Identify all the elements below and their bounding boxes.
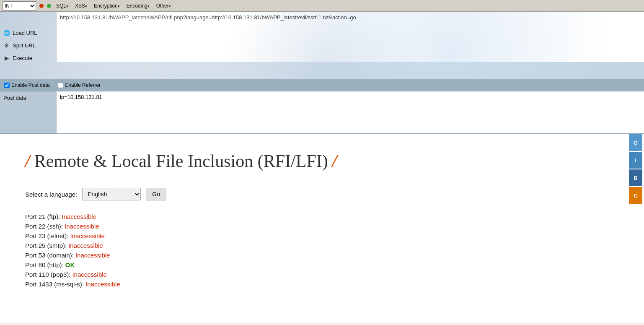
post-data-section: Post data [0,91,644,134]
split-url-button[interactable]: ⚙ Split URL [0,39,56,51]
load-url-icon: 🌐 [3,29,10,36]
right-btn-4[interactable]: C [629,187,642,204]
language-dropdown[interactable]: English [82,188,141,200]
port-list: Port 21 (ftp): InaccessiblePort 22 (ssh)… [25,213,619,288]
xss-menu[interactable]: XSS▾ [73,2,89,10]
title-slash-left: / [25,151,30,171]
port-label: Port 53 (domain): [25,252,74,259]
port-status: Inaccessible [75,252,110,259]
port-row: Port 21 (ftp): Inaccessible [25,213,619,220]
port-status: OK [65,261,75,268]
port-row: Port 25 (smtp): Inaccessible [25,242,619,249]
split-url-icon: ⚙ [3,42,10,49]
encoding-menu[interactable]: Encoding▾ [125,2,151,10]
other-menu[interactable]: Other▾ [155,2,173,10]
port-label: Port 80 (http): [25,261,64,268]
port-row: Port 1433 (ms-sql-s): Inaccessible [25,281,619,288]
port-label: Port 21 (ftp): [25,213,60,220]
execute-button[interactable]: ▶ Execute [0,52,56,64]
enable-referrer-label: Enable Referrer [65,82,101,88]
red-dot-icon [39,4,44,8]
port-label: Port 110 (pop3): [25,271,70,278]
post-data-label-cell: Post data [0,91,56,133]
top-toolbar: INT SQL▾ XSS▾ Encryption▾ Encoding▾ Othe… [0,0,644,12]
int-select[interactable]: INT [3,1,36,10]
execute-icon: ▶ [3,55,10,61]
url-input[interactable] [56,12,644,62]
top-section: 🌐 Load URL ⚙ Split URL ▶ Execute [0,12,644,79]
port-row: Port 80 (http): OK [25,261,619,268]
enable-referrer-checkbox-label[interactable]: Enable Referrer [58,82,101,88]
port-status: Inaccessible [85,281,120,288]
load-url-button[interactable]: 🌐 Load URL [0,27,56,39]
select-language-label: Select a language: [25,191,77,198]
page-title: / Remote & Local File Inclusion (RFI/LFI… [25,151,619,171]
title-slash-right: / [332,151,337,171]
execute-label: Execute [13,55,32,61]
language-select-section: Select a language: English Go [25,188,619,200]
title-text: Remote & Local File Inclusion (RFI/LFI) [34,151,328,171]
sidebar-buttons: 🌐 Load URL ⚙ Split URL ▶ Execute [0,12,56,79]
load-url-label: Load URL [13,30,37,36]
port-label: Port 23 (telnet): [25,232,68,239]
sql-menu[interactable]: SQL▾ [54,2,70,10]
port-status: Inaccessible [65,223,99,230]
port-label: Port 25 (smtp): [25,242,67,249]
post-controls-bar: Enable Post data Enable Referrer [0,79,644,91]
port-row: Port 53 (domain): Inaccessible [25,252,619,259]
port-status: Inaccessible [68,242,103,249]
green-dot-icon [47,4,51,8]
port-row: Port 23 (telnet): Inaccessible [25,232,619,239]
content-wrapper: / Remote & Local File Inclusion (RFI/LFI… [0,134,644,323]
port-label: Port 1433 (ms-sql-s): [25,281,84,288]
enable-referrer-checkbox[interactable] [58,83,63,88]
port-row: Port 110 (pop3): Inaccessible [25,271,619,278]
right-btn-1[interactable]: G [629,134,642,151]
go-button[interactable]: Go [146,188,166,200]
port-status: Inaccessible [62,213,96,220]
enable-post-checkbox-label[interactable]: Enable Post data [4,82,49,88]
enable-post-checkbox[interactable] [4,83,10,88]
right-btn-3[interactable]: B [629,169,642,186]
content-area: / Remote & Local File Inclusion (RFI/LFI… [0,134,644,323]
encryption-menu[interactable]: Encryption▾ [92,2,122,10]
right-sidebar: G i B C [629,134,644,204]
right-btn-2[interactable]: i [629,152,642,169]
post-data-input[interactable] [56,91,644,133]
port-row: Port 22 (ssh): Inaccessible [25,223,619,230]
port-status: Inaccessible [70,232,105,239]
enable-post-label: Enable Post data [11,82,49,88]
port-status: Inaccessible [72,271,107,278]
port-label: Port 22 (ssh): [25,223,63,230]
split-url-label: Split URL [13,42,36,49]
